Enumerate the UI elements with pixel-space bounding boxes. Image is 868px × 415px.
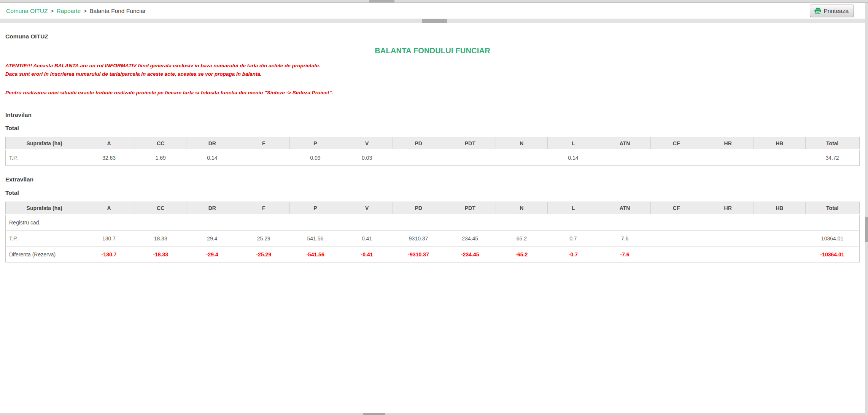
top-horizontal-scrollbar-thumb[interactable] bbox=[369, 0, 394, 3]
column-header-dr: DR bbox=[186, 137, 238, 150]
cell: 0.03 bbox=[341, 150, 393, 166]
bottom-horizontal-scrollbar-thumb[interactable] bbox=[363, 413, 385, 415]
cell: -18.33 bbox=[135, 246, 186, 262]
section-intravilan: Intravilan Total Suprafata (ha)ACCDRFPVP… bbox=[5, 111, 860, 166]
row-label: T.P. bbox=[6, 150, 83, 166]
column-header-n: N bbox=[496, 137, 548, 150]
column-header-cc: CC bbox=[135, 202, 186, 215]
cell bbox=[702, 231, 754, 246]
bottom-horizontal-scrollbar[interactable] bbox=[0, 413, 865, 415]
cell bbox=[186, 215, 238, 231]
cell: 34.72 bbox=[805, 150, 859, 166]
cell bbox=[650, 231, 702, 246]
cell: 0.41 bbox=[341, 231, 393, 246]
cell bbox=[754, 246, 806, 262]
print-button[interactable]: Printeaza bbox=[810, 5, 854, 17]
column-header-hb: HB bbox=[754, 202, 806, 215]
cell: 10364.01 bbox=[805, 231, 859, 246]
cell: -10364.01 bbox=[805, 246, 859, 262]
cell: 1.69 bbox=[135, 150, 186, 166]
column-header-total: Total bbox=[805, 202, 859, 215]
print-button-label: Printeaza bbox=[824, 8, 849, 14]
column-header-suprafata-ha: Suprafata (ha) bbox=[6, 137, 83, 150]
cell: 25.29 bbox=[238, 231, 290, 246]
cell bbox=[238, 215, 290, 231]
content-horizontal-scrollbar-thumb[interactable] bbox=[422, 19, 447, 23]
cell: 29.4 bbox=[186, 231, 238, 246]
cell: 234.45 bbox=[444, 231, 496, 246]
cell bbox=[754, 231, 806, 246]
table-row: T.P.32.631.690.140.090.030.1434.72 bbox=[6, 150, 860, 166]
column-header-pdt: PDT bbox=[444, 202, 496, 215]
table-header-row: Suprafata (ha)ACCDRFPVPDPDTNLATNCFHRHBTo… bbox=[6, 202, 860, 215]
cell: -541.56 bbox=[289, 246, 341, 262]
column-header-a: A bbox=[83, 202, 135, 215]
warning-line: Daca sunt erori in inscrierea numarului … bbox=[5, 70, 860, 78]
cell bbox=[650, 150, 702, 166]
table-header-row: Suprafata (ha)ACCDRFPVPDPDTNLATNCFHRHBTo… bbox=[6, 137, 860, 150]
section-title: Extravilan bbox=[5, 176, 860, 183]
column-header-atn: ATN bbox=[599, 202, 651, 215]
content-horizontal-scrollbar[interactable] bbox=[0, 19, 868, 23]
table-row: Diferenta (Rezerva)-130.7-18.33-29.4-25.… bbox=[6, 246, 860, 262]
cell bbox=[289, 215, 341, 231]
cell bbox=[702, 246, 754, 262]
cell: 32.63 bbox=[83, 150, 135, 166]
cell bbox=[702, 150, 754, 166]
column-header-cf: CF bbox=[650, 137, 702, 150]
cell: 0.7 bbox=[547, 231, 599, 246]
column-header-pd: PD bbox=[393, 202, 444, 215]
cell bbox=[238, 150, 290, 166]
cell: 130.7 bbox=[83, 231, 135, 246]
report-title: BALANTA FONDULUI FUNCIAR bbox=[5, 46, 860, 55]
extravilan-table: Suprafata (ha)ACCDRFPVPDPDTNLATNCFHRHBTo… bbox=[5, 202, 860, 262]
cell: 541.56 bbox=[289, 231, 341, 246]
vertical-scrollbar-thumb[interactable] bbox=[865, 217, 868, 242]
cell: 65.2 bbox=[496, 231, 548, 246]
column-header-hr: HR bbox=[702, 202, 754, 215]
breadcrumb-current-page: Balanta Fond Funciar bbox=[89, 8, 146, 14]
column-header-p: P bbox=[289, 137, 341, 150]
top-horizontal-scrollbar[interactable] bbox=[0, 0, 868, 3]
cell bbox=[599, 150, 651, 166]
cell bbox=[496, 150, 548, 166]
section-subtitle: Total bbox=[5, 125, 860, 132]
vertical-scrollbar[interactable] bbox=[865, 3, 868, 415]
printer-icon bbox=[814, 8, 821, 14]
column-header-p: P bbox=[289, 202, 341, 215]
table-row: T.P.130.718.3329.425.29541.560.419310.37… bbox=[6, 231, 860, 246]
breadcrumb-link-rapoarte[interactable]: Rapoarte bbox=[56, 8, 81, 14]
cell bbox=[341, 215, 393, 231]
cell bbox=[444, 150, 496, 166]
column-header-atn: ATN bbox=[599, 137, 651, 150]
column-header-f: F bbox=[238, 202, 290, 215]
cell bbox=[702, 215, 754, 231]
cell: -29.4 bbox=[186, 246, 238, 262]
column-header-suprafata-ha: Suprafata (ha) bbox=[6, 202, 83, 215]
column-header-v: V bbox=[341, 202, 393, 215]
column-header-pdt: PDT bbox=[444, 137, 496, 150]
column-header-dr: DR bbox=[186, 202, 238, 215]
cell bbox=[135, 215, 186, 231]
cell: 9310.37 bbox=[393, 231, 444, 246]
warning-block: ATENTIE!!! Aceasta BALANTA are un rol IN… bbox=[5, 62, 860, 97]
cell bbox=[754, 150, 806, 166]
cell: 7.6 bbox=[599, 231, 651, 246]
header-bar: Comuna OITUZ > Rapoarte > Balanta Fond F… bbox=[0, 3, 868, 19]
column-header-n: N bbox=[496, 202, 548, 215]
column-header-cf: CF bbox=[650, 202, 702, 215]
cell bbox=[754, 215, 806, 231]
column-header-pd: PD bbox=[393, 137, 444, 150]
row-label: Registru cad. bbox=[6, 215, 83, 231]
column-header-hr: HR bbox=[702, 137, 754, 150]
column-header-total: Total bbox=[805, 137, 859, 150]
municipality-heading: Comuna OITUZ bbox=[5, 33, 860, 40]
cell: -234.45 bbox=[444, 246, 496, 262]
warning-line: Pentru realizarea unei situatii exacte t… bbox=[5, 89, 860, 97]
cell: 0.14 bbox=[186, 150, 238, 166]
intravilan-table: Suprafata (ha)ACCDRFPVPDPDTNLATNCFHRHBTo… bbox=[5, 137, 860, 166]
cell: -65.2 bbox=[496, 246, 548, 262]
section-title: Intravilan bbox=[5, 111, 860, 118]
cell: 18.33 bbox=[135, 231, 186, 246]
breadcrumb-link-comuna-oituz[interactable]: Comuna OITUZ bbox=[6, 8, 48, 14]
